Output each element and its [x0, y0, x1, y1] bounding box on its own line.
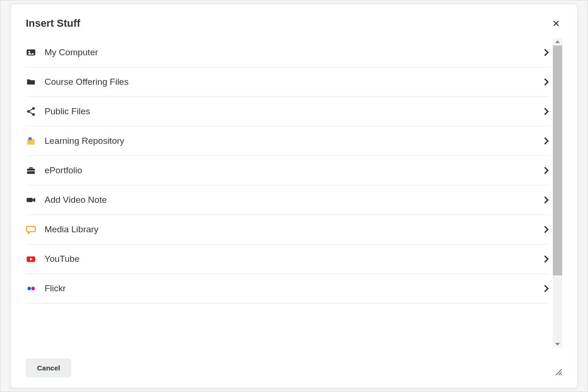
close-button[interactable] [550, 17, 562, 30]
scroll-track[interactable] [553, 45, 562, 340]
svg-point-3 [29, 51, 30, 52]
insert-stuff-dialog: Insert Stuff My Computer [10, 4, 578, 388]
chevron-right-icon [543, 255, 549, 263]
source-item-label: Course Offering Files [45, 77, 535, 87]
chevron-right-icon [543, 225, 549, 234]
chevron-right-icon [543, 48, 549, 57]
youtube-icon [26, 254, 36, 264]
svg-line-23 [561, 374, 562, 375]
resize-handle-icon[interactable] [554, 367, 562, 377]
scroll-thumb[interactable] [553, 45, 562, 275]
source-item-media-library[interactable]: Media Library [26, 215, 550, 244]
source-item-my-computer[interactable]: My Computer [26, 38, 550, 67]
svg-marker-20 [555, 343, 560, 346]
source-item-flickr[interactable]: Flickr [26, 274, 550, 303]
source-item-video-note[interactable]: Add Video Note [26, 185, 550, 215]
chevron-right-icon [543, 137, 549, 145]
briefcase-icon [26, 165, 36, 176]
repository-icon [26, 136, 36, 146]
dialog-title: Insert Stuff [26, 17, 80, 30]
svg-line-8 [29, 112, 32, 114]
svg-rect-15 [27, 198, 33, 202]
image-icon [26, 47, 36, 58]
source-item-label: Media Library [45, 224, 535, 235]
source-item-course-files[interactable]: Course Offering Files [26, 67, 550, 97]
svg-point-17 [28, 287, 31, 290]
source-item-learning-repo[interactable]: Learning Repository [26, 126, 550, 156]
source-item-label: Flickr [45, 283, 535, 294]
svg-marker-19 [555, 40, 560, 43]
dialog-body: My Computer Course Offering Files [11, 38, 577, 348]
source-item-label: Public Files [45, 106, 535, 117]
source-item-youtube[interactable]: YouTube [26, 244, 550, 274]
chevron-right-icon [543, 166, 549, 175]
source-item-label: My Computer [45, 47, 535, 58]
scroll-down-arrow-icon[interactable] [553, 340, 562, 348]
svg-line-7 [29, 109, 32, 111]
cancel-button[interactable]: Cancel [26, 358, 71, 377]
source-item-label: Learning Repository [45, 136, 535, 146]
svg-point-18 [31, 287, 35, 290]
source-list: My Computer Course Offering Files [26, 38, 550, 303]
dialog-footer: Cancel [11, 348, 577, 388]
chevron-right-icon [543, 196, 549, 204]
source-list-container: My Computer Course Offering Files [26, 38, 553, 348]
svg-rect-12 [27, 169, 35, 174]
chevron-right-icon [543, 107, 549, 116]
source-item-label: ePortfolio [45, 165, 535, 176]
scrollbar[interactable] [553, 38, 562, 348]
source-item-label: YouTube [45, 254, 535, 264]
close-icon [552, 19, 560, 28]
source-item-public-files[interactable]: Public Files [26, 97, 550, 126]
svg-rect-11 [29, 137, 31, 138]
chevron-right-icon [543, 284, 549, 293]
source-item-label: Add Video Note [45, 195, 535, 205]
flickr-icon [26, 283, 36, 294]
svg-rect-13 [30, 168, 32, 169]
source-item-eportfolio[interactable]: ePortfolio [26, 156, 550, 185]
share-icon [26, 106, 36, 117]
chevron-right-icon [543, 78, 549, 86]
speech-bubble-icon [26, 224, 36, 235]
video-camera-icon [26, 195, 36, 205]
folder-icon [26, 77, 36, 87]
dialog-header: Insert Stuff [11, 4, 577, 38]
scroll-up-arrow-icon[interactable] [553, 38, 562, 45]
